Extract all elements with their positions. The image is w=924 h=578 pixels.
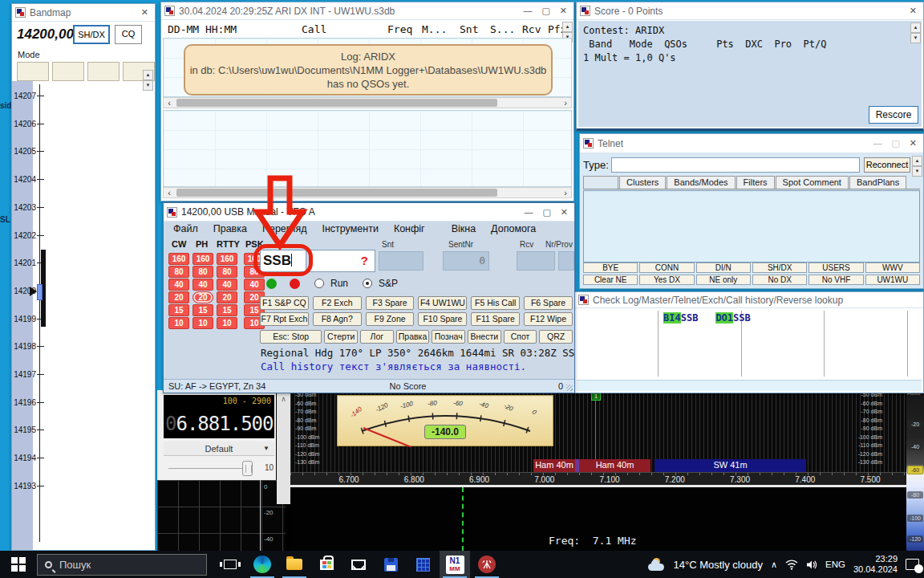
exchange-input[interactable]: ? — [310, 250, 375, 272]
telnet-button[interactable]: UW1WU — [865, 275, 920, 285]
cq-button[interactable]: CQ — [115, 25, 142, 44]
sdr-waterfall[interactable]: Freq: 7.1 MHz — [290, 487, 906, 551]
maximize-icon[interactable]: ▢ — [541, 6, 549, 16]
band-button[interactable]: 15 — [192, 304, 213, 316]
tab-bandplans[interactable]: BandPlans — [849, 176, 906, 189]
sdr-spectrum[interactable]: -50 dBm-60 dBm-70 dBm-80 dBm-90 dBm-100 … — [290, 390, 906, 485]
action-button[interactable]: Правка — [396, 330, 430, 344]
band-button[interactable]: 10 — [192, 317, 213, 329]
band-button[interactable]: 40 — [244, 279, 265, 291]
band-button[interactable]: 10 — [217, 317, 237, 329]
sdr-preset-dropdown[interactable]: Default ▼ — [164, 442, 274, 456]
callsign-match[interactable]: BI4SSB — [663, 312, 698, 324]
log-titlebar[interactable]: 30.04.2024 20:29:25Z ARI DX INT - UW1WU.… — [161, 2, 573, 20]
column-header[interactable]: Rcv — [522, 23, 541, 35]
fkey-button[interactable]: F12 Wipe — [524, 312, 573, 326]
rescore-button[interactable]: Rescore — [869, 106, 918, 124]
fkey-button[interactable]: F4 UW1WU — [418, 296, 467, 310]
menu-help[interactable]: Допомога — [491, 223, 536, 234]
menu-tools[interactable]: Інструменти — [322, 223, 378, 234]
band-button[interactable]: 20 — [217, 291, 237, 303]
taskbar-item-edge[interactable] — [247, 551, 278, 578]
fkey-button[interactable]: F8 Agn? — [313, 312, 362, 326]
tab-bands-modes[interactable]: Bands/Modes — [667, 176, 735, 189]
telnet-button[interactable]: NE only — [696, 275, 751, 285]
bandmap-titlebar[interactable]: Bandmap ✕ — [12, 4, 155, 22]
fkey-button[interactable]: F7 Rpt Exch — [260, 312, 309, 326]
band-button[interactable]: 20 — [192, 291, 213, 303]
sentnr-field[interactable]: 0 — [443, 251, 489, 271]
band-button[interactable]: 160 — [168, 253, 189, 265]
nrprov-field[interactable] — [558, 251, 574, 271]
callsign-match[interactable]: DO1SSB — [715, 312, 750, 324]
band-button[interactable]: 80 — [168, 266, 189, 278]
rcv-field[interactable] — [517, 251, 555, 271]
fkey-button[interactable]: F5 His Call — [471, 296, 520, 310]
scroll-right-icon[interactable]: › — [560, 188, 571, 197]
log-hscrollbar[interactable]: ‹ › — [163, 187, 572, 198]
taskbar-item-mail[interactable] — [343, 551, 374, 578]
sdr-vertical-scrollbar[interactable]: ∧ — [277, 392, 290, 504]
score-titlebar[interactable]: Score - 0 Points ✕ — [577, 2, 923, 20]
waterfall-color-scale[interactable]: Auto -20 -40 -60 -80 -100 -120 — [906, 390, 924, 551]
fkey-button[interactable]: F3 Spare — [366, 296, 415, 310]
telnet-button[interactable]: No DX — [752, 275, 807, 285]
weather-text[interactable]: 14°C Mostly cloudy — [674, 559, 763, 571]
column-header[interactable]: M... — [422, 23, 447, 35]
taskbar-item-explorer[interactable] — [279, 551, 310, 578]
bandmap-vfo-cursor[interactable] — [37, 284, 43, 300]
action-button[interactable]: Лог — [360, 330, 394, 344]
menu-config[interactable]: Конфіг — [394, 223, 425, 234]
action-button[interactable]: Внести — [468, 330, 501, 344]
menu-file[interactable]: Файл — [173, 223, 198, 234]
band-button[interactable]: 10 — [168, 317, 189, 329]
tray-chevron-icon[interactable]: ∧ — [771, 560, 777, 570]
band-button[interactable]: 160 — [192, 253, 213, 265]
reconnect-button[interactable]: Reconnect — [864, 157, 910, 173]
scroll-thumb[interactable] — [176, 99, 497, 107]
tab-clusters[interactable]: Clusters — [619, 176, 666, 189]
tab-blank[interactable] — [583, 176, 618, 189]
close-icon[interactable]: ✕ — [560, 6, 567, 16]
scroll-right-icon[interactable]: › — [560, 98, 571, 108]
column-header[interactable]: Call — [302, 23, 326, 35]
run-radio[interactable] — [314, 279, 324, 288]
taskbar-item-sdr[interactable] — [472, 551, 502, 578]
maximize-icon[interactable]: ▢ — [542, 207, 550, 218]
action-button[interactable]: QRZ — [539, 330, 573, 344]
band-button[interactable]: 40 — [217, 279, 237, 291]
mode-input[interactable] — [17, 62, 49, 81]
minimize-icon[interactable]: — — [873, 138, 881, 149]
resize-grip[interactable] — [566, 385, 573, 391]
column-header[interactable]: DD-MM HH:MM — [168, 23, 237, 35]
mode-input[interactable] — [87, 62, 120, 81]
telnet-button[interactable]: SH/DX — [752, 263, 807, 273]
spin-up-icon[interactable]: ▲ — [912, 156, 922, 166]
fkey-button[interactable]: F2 Exch — [313, 296, 362, 310]
tab-spot-comment[interactable]: Spot Comment — [776, 176, 849, 189]
telnet-command-input[interactable] — [611, 157, 860, 173]
band-button[interactable]: 80 — [192, 266, 213, 278]
column-header[interactable]: Snt — [460, 23, 478, 35]
band-segment-ham40m[interactable]: Ham 40m — [579, 459, 650, 472]
taskview-button[interactable] — [215, 551, 245, 578]
band-button[interactable]: 15 — [217, 304, 237, 316]
taskbar-search[interactable]: Пошук — [37, 554, 207, 576]
scroll-left-icon[interactable]: ‹ — [164, 98, 175, 108]
action-button[interactable]: Esc: Stop — [260, 330, 322, 344]
band-segment-ham40m[interactable]: Ham 40m — [533, 459, 575, 472]
colorbar-contrast-handle[interactable]: -60 — [907, 466, 923, 474]
spin-down-icon[interactable]: ▼ — [143, 80, 153, 91]
tab-filters[interactable]: Filters — [736, 176, 775, 189]
fkey-button[interactable]: F11 Spare — [471, 312, 520, 326]
score-spinner[interactable]: ▲ ▼ — [910, 22, 921, 40]
menu-edit[interactable]: Правка — [213, 223, 247, 234]
band-segment-sw41m[interactable]: SW 41m — [654, 459, 806, 472]
spin-up-icon[interactable]: ▲ — [910, 22, 921, 33]
action-button[interactable]: Спот — [504, 330, 537, 344]
check-titlebar[interactable]: Check Log/Master/Telnet/Exch/Call histor… — [575, 292, 923, 308]
action-button[interactable]: Познач — [432, 330, 465, 344]
close-icon[interactable]: ✕ — [561, 207, 568, 218]
minimize-icon[interactable]: — — [523, 6, 532, 16]
close-icon[interactable]: ✕ — [141, 7, 148, 18]
